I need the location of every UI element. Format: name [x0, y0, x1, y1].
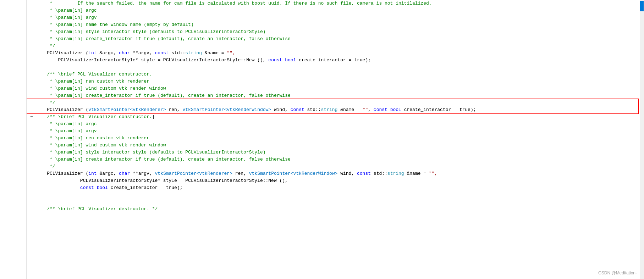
line-number [7, 92, 23, 99]
line-number [7, 35, 23, 43]
code-line [30, 191, 644, 199]
line-number [7, 78, 23, 85]
line-number [7, 99, 23, 106]
line-number [7, 135, 23, 142]
line-number [7, 64, 23, 71]
line-number [7, 113, 23, 121]
code-line: − /** \brief PCL Visualizer constructor.… [30, 113, 644, 121]
line-number [7, 43, 23, 50]
code-line: PCLVisualizerInteractorStyle* style = PC… [30, 57, 644, 64]
code-line: * \param[in] wind custom vtk render wind… [30, 142, 644, 149]
line-number [7, 206, 23, 213]
code-line: */ [30, 43, 644, 50]
line-number [7, 156, 23, 163]
code-line [30, 64, 644, 71]
line-number [7, 106, 23, 113]
code-line: */ [30, 99, 644, 106]
line-number [7, 7, 23, 14]
line-number [7, 128, 23, 135]
line-number [7, 71, 23, 78]
line-number [7, 121, 23, 128]
code-line: * \param[in] ren custom vtk renderer [30, 78, 644, 85]
code-line: PCLVisualizer (int &argc, char **argv, c… [30, 50, 644, 57]
line-number [7, 163, 23, 170]
code-line: * \param[in] style interactor style (def… [30, 149, 644, 156]
code-line: * If the search failed, the name for cam… [30, 0, 644, 7]
fold-open-icon[interactable]: − [30, 71, 36, 78]
code-line: PCLVisualizerInteractorStyle* style = PC… [30, 177, 644, 184]
code-line: */ [30, 163, 644, 170]
line-number [7, 177, 23, 184]
code-line: * \param[in] create_interactor if true (… [30, 156, 644, 163]
scrollbar-thumb[interactable] [640, 1, 644, 11]
line-number [7, 0, 23, 7]
code-line: * \param[in] argv [30, 128, 644, 135]
code-area: * If the search failed, the name for cam… [27, 0, 644, 279]
fold-gutter [0, 0, 7, 279]
fold-open-icon[interactable]: − [30, 113, 36, 121]
line-numbers [7, 0, 27, 279]
code-line: * \param[in] create_interactor if true (… [30, 92, 644, 99]
line-number [7, 184, 23, 191]
code-line: PCLVisualizer (vtkSmartPointer<vtkRender… [30, 106, 644, 113]
line-number [7, 21, 23, 28]
vertical-scrollbar[interactable] [640, 0, 644, 279]
line-number [7, 14, 23, 21]
code-line: * \param[in] argc [30, 7, 644, 14]
line-number [7, 57, 23, 64]
code-line: const bool create_interactor = true); [30, 184, 644, 191]
code-line: − /** \brief PCL Visualizer constructor. [30, 71, 644, 78]
code-line: * \param[in] style interactor style (def… [30, 28, 644, 35]
code-line [30, 199, 644, 206]
code-line: * \param[in] name the window name (empty… [30, 21, 644, 28]
line-number [7, 85, 23, 92]
code-line: * \param[in] argc [30, 121, 644, 128]
code-line: * \param[in] wind custom vtk render wind… [30, 85, 644, 92]
line-number [7, 191, 23, 199]
code-line: PCLVisualizer (int &argc, char **argv, v… [30, 170, 644, 177]
editor-container: * If the search failed, the name for cam… [0, 0, 644, 279]
code-line: * \param[in] ren custom vtk renderer [30, 135, 644, 142]
code-line: * \param[in] argv [30, 14, 644, 21]
watermark: CSDN @Meditation- [598, 270, 637, 275]
line-number [7, 170, 23, 177]
line-number [7, 50, 23, 57]
line-number [7, 199, 23, 206]
code-line: * \param[in] create_interactor if true (… [30, 35, 644, 43]
code-line: /** \brief PCL Visualizer destructor. */ [30, 206, 644, 213]
line-number [7, 149, 23, 156]
line-number [7, 28, 23, 35]
line-number [7, 142, 23, 149]
